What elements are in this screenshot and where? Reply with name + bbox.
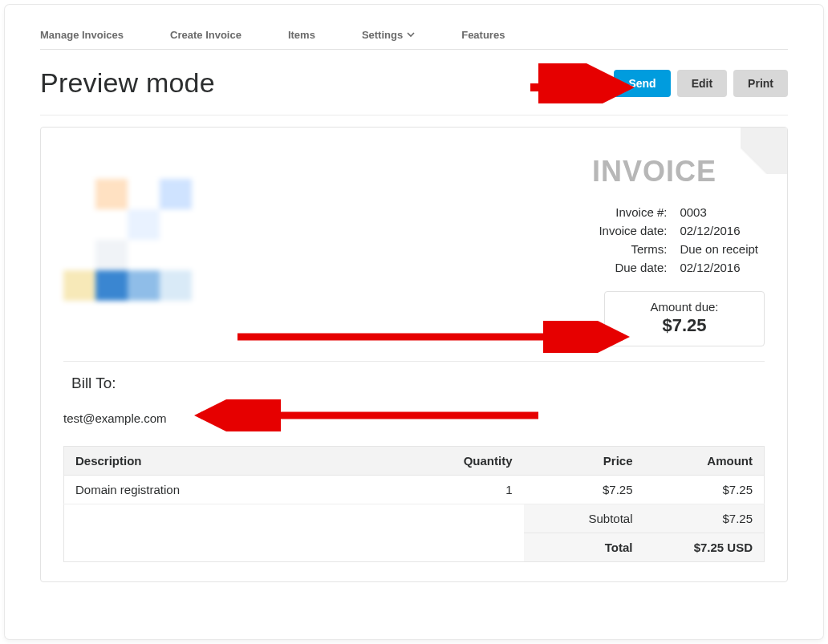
col-amount: Amount — [644, 447, 765, 476]
line-quantity: 1 — [420, 476, 524, 504]
meta-date-label: Invoice date: — [592, 221, 673, 240]
invoice-meta: Invoice #:0003 Invoice date:02/12/2016 T… — [592, 203, 765, 277]
line-description: Domain registration — [64, 476, 420, 504]
line-price: $7.25 — [524, 476, 644, 504]
col-quantity: Quantity — [420, 447, 524, 476]
nav-create-invoice[interactable]: Create Invoice — [170, 26, 242, 44]
page-fold-icon — [741, 128, 787, 174]
billto-label: Bill To: — [71, 375, 765, 392]
meta-number-value: 0003 — [673, 203, 765, 221]
page-title: Preview mode — [40, 67, 215, 99]
chevron-down-icon — [407, 29, 415, 41]
amount-due-value: $7.25 — [611, 315, 757, 336]
col-price: Price — [524, 447, 644, 476]
subtotal-value: $7.25 — [644, 504, 765, 533]
total-value: $7.25 USD — [644, 533, 765, 562]
top-nav: Manage Invoices Create Invoice Items Set… — [40, 26, 788, 50]
meta-date-value: 02/12/2016 — [673, 221, 765, 240]
header-actions: Send Edit Print — [614, 70, 788, 97]
nav-settings[interactable]: Settings — [362, 26, 415, 44]
meta-due-label: Due date: — [592, 258, 673, 277]
divider — [63, 361, 765, 362]
meta-number-label: Invoice #: — [592, 203, 673, 221]
meta-terms-value: Due on receipt — [673, 240, 765, 258]
billto-email: test@example.com — [63, 411, 765, 425]
nav-features[interactable]: Features — [461, 26, 505, 44]
table-row: Domain registration 1 $7.25 $7.25 — [64, 476, 765, 504]
invoice-card: INVOICE Invoice #:0003 Invoice date:02/1… — [40, 127, 788, 582]
subtotal-label: Subtotal — [524, 504, 644, 533]
total-label: Total — [524, 533, 644, 562]
meta-due-value: 02/12/2016 — [673, 258, 765, 277]
nav-manage-invoices[interactable]: Manage Invoices — [40, 26, 124, 44]
send-button[interactable]: Send — [614, 70, 670, 97]
sender-logo — [63, 179, 224, 331]
line-items-table: Description Quantity Price Amount Domain… — [63, 446, 765, 562]
amount-due-label: Amount due: — [611, 300, 757, 314]
print-button[interactable]: Print — [733, 70, 788, 97]
meta-terms-label: Terms: — [592, 240, 673, 258]
nav-items[interactable]: Items — [288, 26, 315, 44]
invoice-heading: INVOICE — [592, 155, 716, 188]
col-description: Description — [64, 447, 420, 476]
line-amount: $7.25 — [644, 476, 765, 504]
edit-button[interactable]: Edit — [677, 70, 727, 97]
amount-due-box: Amount due: $7.25 — [604, 291, 765, 346]
page-header: Preview mode Send Edit Print — [40, 50, 788, 115]
